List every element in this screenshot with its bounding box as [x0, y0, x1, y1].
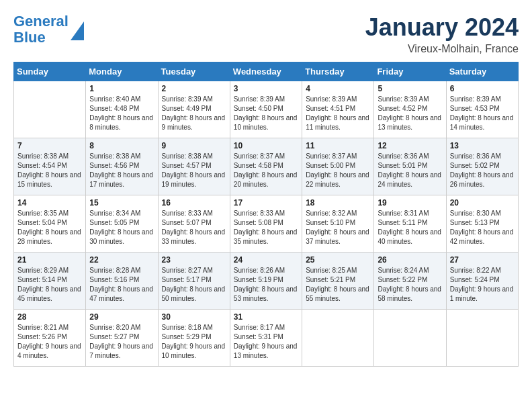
- sunset-text: Sunset: 5:21 PM: [306, 276, 355, 283]
- sunset-text: Sunset: 5:19 PM: [234, 276, 283, 283]
- sunrise-text: Sunrise: 8:28 AM: [89, 267, 140, 274]
- sunset-text: Sunset: 4:53 PM: [450, 105, 500, 112]
- daylight-text: Daylight: 8 hours and 9 minutes.: [162, 114, 226, 131]
- table-row: 19 Sunrise: 8:31 AM Sunset: 5:11 PM Dayl…: [374, 195, 446, 253]
- daylight-text: Daylight: 8 hours and 22 minutes.: [306, 171, 369, 188]
- sunrise-text: Sunrise: 8:27 AM: [162, 267, 213, 274]
- day-info: Sunrise: 8:24 AM Sunset: 5:22 PM Dayligh…: [378, 266, 442, 304]
- sunrise-text: Sunrise: 8:30 AM: [450, 210, 501, 217]
- day-info: Sunrise: 8:35 AM Sunset: 5:04 PM Dayligh…: [17, 209, 82, 246]
- sunrise-text: Sunrise: 8:18 AM: [162, 324, 213, 331]
- day-info: Sunrise: 8:25 AM Sunset: 5:21 PM Dayligh…: [306, 266, 370, 304]
- daylight-text: Daylight: 8 hours and 24 minutes.: [378, 171, 441, 188]
- daylight-text: Daylight: 8 hours and 19 minutes.: [162, 171, 226, 188]
- table-row: 31 Sunrise: 8:17 AM Sunset: 5:31 PM Dayl…: [230, 310, 302, 367]
- day-info: Sunrise: 8:38 AM Sunset: 4:56 PM Dayligh…: [89, 152, 154, 189]
- sunset-text: Sunset: 4:54 PM: [17, 162, 67, 169]
- sunset-text: Sunset: 5:24 PM: [450, 276, 500, 283]
- table-row: 22 Sunrise: 8:28 AM Sunset: 5:16 PM Dayl…: [86, 253, 158, 310]
- col-tuesday: Tuesday: [158, 62, 230, 81]
- day-number: 27: [450, 255, 515, 265]
- day-info: Sunrise: 8:30 AM Sunset: 5:13 PM Dayligh…: [450, 209, 515, 246]
- day-info: Sunrise: 8:39 AM Sunset: 4:50 PM Dayligh…: [234, 95, 298, 132]
- day-number: 30: [162, 312, 226, 322]
- sunrise-text: Sunrise: 8:20 AM: [89, 324, 140, 331]
- day-number: 19: [378, 198, 442, 208]
- sunset-text: Sunset: 4:58 PM: [234, 162, 283, 169]
- sunset-text: Sunset: 5:01 PM: [378, 162, 427, 169]
- table-row: 11 Sunrise: 8:37 AM Sunset: 5:00 PM Dayl…: [302, 138, 374, 195]
- table-row: 7 Sunrise: 8:38 AM Sunset: 4:54 PM Dayli…: [14, 138, 86, 195]
- table-row: 3 Sunrise: 8:39 AM Sunset: 4:50 PM Dayli…: [230, 81, 302, 138]
- day-number: 4: [306, 84, 370, 93]
- sunrise-text: Sunrise: 8:39 AM: [306, 95, 357, 103]
- daylight-text: Daylight: 8 hours and 45 minutes.: [17, 285, 81, 302]
- sunrise-text: Sunrise: 8:39 AM: [378, 95, 429, 103]
- table-row: 14 Sunrise: 8:35 AM Sunset: 5:04 PM Dayl…: [14, 195, 86, 253]
- col-wednesday: Wednesday: [230, 62, 302, 81]
- day-info: Sunrise: 8:37 AM Sunset: 4:58 PM Dayligh…: [234, 152, 298, 189]
- sunrise-text: Sunrise: 8:37 AM: [306, 152, 357, 160]
- sunset-text: Sunset: 4:50 PM: [234, 105, 283, 112]
- table-row: 17 Sunrise: 8:33 AM Sunset: 5:08 PM Dayl…: [230, 195, 302, 253]
- day-number: 7: [17, 141, 82, 150]
- table-row: 5 Sunrise: 8:39 AM Sunset: 4:52 PM Dayli…: [374, 81, 446, 138]
- day-info: Sunrise: 8:38 AM Sunset: 4:57 PM Dayligh…: [162, 152, 226, 189]
- day-number: 20: [450, 198, 515, 208]
- sunrise-text: Sunrise: 8:33 AM: [234, 210, 285, 217]
- sunrise-text: Sunrise: 8:38 AM: [162, 152, 213, 160]
- sunset-text: Sunset: 5:08 PM: [234, 219, 283, 226]
- calendar-week-row: 14 Sunrise: 8:35 AM Sunset: 5:04 PM Dayl…: [14, 195, 519, 253]
- sunset-text: Sunset: 5:13 PM: [450, 219, 500, 226]
- table-row: 28 Sunrise: 8:21 AM Sunset: 5:26 PM Dayl…: [14, 310, 86, 367]
- daylight-text: Daylight: 8 hours and 42 minutes.: [450, 228, 514, 245]
- daylight-text: Daylight: 8 hours and 8 minutes.: [89, 114, 153, 131]
- calendar-week-row: 1 Sunrise: 8:40 AM Sunset: 4:48 PM Dayli…: [14, 81, 519, 138]
- daylight-text: Daylight: 8 hours and 30 minutes.: [89, 228, 153, 245]
- day-number: 21: [17, 255, 82, 265]
- sunrise-text: Sunrise: 8:24 AM: [378, 267, 429, 274]
- day-info: Sunrise: 8:32 AM Sunset: 5:10 PM Dayligh…: [306, 209, 370, 246]
- day-number: 2: [162, 84, 226, 93]
- day-info: Sunrise: 8:29 AM Sunset: 5:14 PM Dayligh…: [17, 266, 82, 304]
- location-title: Vireux-Molhain, France: [365, 43, 519, 55]
- day-info: Sunrise: 8:36 AM Sunset: 5:01 PM Dayligh…: [378, 152, 442, 189]
- day-info: Sunrise: 8:36 AM Sunset: 5:02 PM Dayligh…: [450, 152, 515, 189]
- table-row: 25 Sunrise: 8:25 AM Sunset: 5:21 PM Dayl…: [302, 253, 374, 310]
- sunrise-text: Sunrise: 8:25 AM: [306, 267, 357, 274]
- day-number: 25: [306, 255, 370, 265]
- day-info: Sunrise: 8:34 AM Sunset: 5:05 PM Dayligh…: [89, 209, 154, 246]
- day-info: Sunrise: 8:39 AM Sunset: 4:53 PM Dayligh…: [450, 95, 515, 132]
- table-row: 1 Sunrise: 8:40 AM Sunset: 4:48 PM Dayli…: [86, 81, 158, 138]
- calendar-week-row: 28 Sunrise: 8:21 AM Sunset: 5:26 PM Dayl…: [14, 310, 519, 367]
- sunrise-text: Sunrise: 8:36 AM: [450, 152, 501, 160]
- calendar-week-row: 21 Sunrise: 8:29 AM Sunset: 5:14 PM Dayl…: [14, 253, 519, 310]
- table-row: 30 Sunrise: 8:18 AM Sunset: 5:29 PM Dayl…: [158, 310, 230, 367]
- sunset-text: Sunset: 5:22 PM: [378, 276, 427, 283]
- table-row: 20 Sunrise: 8:30 AM Sunset: 5:13 PM Dayl…: [446, 195, 518, 253]
- logo: General Blue: [13, 13, 84, 46]
- table-row: 13 Sunrise: 8:36 AM Sunset: 5:02 PM Dayl…: [446, 138, 518, 195]
- calendar-week-row: 7 Sunrise: 8:38 AM Sunset: 4:54 PM Dayli…: [14, 138, 519, 195]
- day-number: 11: [306, 141, 370, 150]
- svg-marker-0: [71, 21, 84, 40]
- day-number: 5: [378, 84, 442, 93]
- day-info: Sunrise: 8:37 AM Sunset: 5:00 PM Dayligh…: [306, 152, 370, 189]
- col-thursday: Thursday: [302, 62, 374, 81]
- sunset-text: Sunset: 5:26 PM: [17, 333, 67, 340]
- sunset-text: Sunset: 4:51 PM: [306, 105, 355, 112]
- daylight-text: Daylight: 8 hours and 37 minutes.: [306, 228, 369, 245]
- day-number: 18: [306, 198, 370, 208]
- day-info: Sunrise: 8:33 AM Sunset: 5:08 PM Dayligh…: [234, 209, 298, 246]
- daylight-text: Daylight: 8 hours and 15 minutes.: [17, 171, 81, 188]
- day-info: Sunrise: 8:39 AM Sunset: 4:49 PM Dayligh…: [162, 95, 226, 132]
- col-saturday: Saturday: [446, 62, 518, 81]
- day-info: Sunrise: 8:27 AM Sunset: 5:17 PM Dayligh…: [162, 266, 226, 304]
- daylight-text: Daylight: 8 hours and 50 minutes.: [162, 285, 226, 302]
- sunset-text: Sunset: 5:17 PM: [162, 276, 212, 283]
- day-number: 10: [234, 141, 298, 150]
- sunset-text: Sunset: 4:57 PM: [162, 162, 212, 169]
- sunset-text: Sunset: 5:27 PM: [89, 333, 139, 340]
- daylight-text: Daylight: 9 hours and 4 minutes.: [17, 342, 81, 359]
- day-info: Sunrise: 8:26 AM Sunset: 5:19 PM Dayligh…: [234, 266, 298, 304]
